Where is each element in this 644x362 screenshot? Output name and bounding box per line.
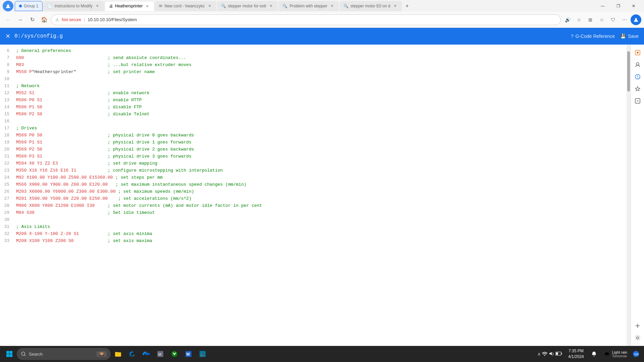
code-line-32-spacer [79,231,108,236]
scrollbar-thumb[interactable] [627,51,630,92]
address-bar[interactable]: ⚠ Not secure | 10.10.10.10/Files/System [51,14,561,25]
taskbar-xbox[interactable] [168,347,181,361]
battery-icon[interactable] [555,351,562,357]
line-num-7: 7 [0,54,12,61]
code-editor[interactable]: ; General preferences G90 ; send absolut… [12,45,627,346]
code-line-7: G90 ; send absolute coordinates... [16,54,627,61]
profile-button[interactable] [3,1,13,11]
code-line-26-gcode: M203 X6000.00 Y6000.00 Z300.00 E300.00 [16,189,115,194]
tab-instructions[interactable]: 📄 Instructions to Modify ✕ [43,1,104,11]
weather-icon: 🌧 [604,351,610,358]
start-button[interactable] [3,347,16,361]
new-tab-button[interactable]: + [402,1,412,11]
taskbar-search[interactable]: Search 🌄 [17,348,111,360]
taskbar-app2[interactable]: 📺 [196,347,209,361]
code-line-32-gcode: M208 X-100 Y-100 Z-20 S1 [16,231,79,236]
profile-avatar[interactable] [631,14,641,25]
line-num-28: 28 [0,202,12,209]
home-button[interactable]: 🏠 [39,14,50,25]
weather-condition: Light rain [612,350,627,354]
tab-stepper1-close[interactable]: ✕ [268,3,274,9]
code-line-23-comment: ; configure microstepping with interpola… [108,168,223,173]
editor-close-button[interactable]: ✕ [5,33,10,40]
taskbar-onedrive[interactable] [140,347,153,361]
line-num-30: 30 [0,216,12,223]
line-numbers: 6 7 8 9 10 11 12 13 14 15 16 17 18 19 20… [0,45,12,346]
tab-gmail-close[interactable]: ✕ [207,3,212,9]
sidebar-icon-2[interactable] [632,59,643,70]
code-line-7-comment: ; send absolute coordinates... [108,55,186,60]
sidebar-icon-5[interactable] [632,96,643,106]
code-line-8-normal [24,62,108,67]
sidebar-icon-add[interactable] [632,320,643,331]
code-line-19-comment: ; physical drive 1 goes forwards [108,140,192,145]
read-aloud-button[interactable]: 🔊 [562,14,573,25]
code-line-33: M208 X100 Y100 Z200 S0 ; set axis maxima [16,237,627,244]
svg-point-7 [637,77,638,78]
save-button[interactable]: 💾 Save [620,34,639,39]
editor-panel: ✕ 0:/sys/config.g ? G-Code Reference 💾 S… [0,28,644,346]
tab-heathersprinter[interactable]: 🖨 Heathersprinter ✕ [105,1,155,11]
browser-essentials-button[interactable]: 🛡 [608,14,619,25]
refresh-button[interactable]: ↻ [27,14,38,25]
weather-widget[interactable]: 🌧 Light rain Tomorrow [601,350,630,358]
line-num-9: 9 [0,68,12,75]
taskbar-corner-edge[interactable]: MS [631,347,641,361]
tab-stepper2-close[interactable]: ✕ [392,3,398,9]
vertical-scrollbar[interactable] [627,45,631,346]
code-line-20-spacer [42,147,108,152]
code-line-28-comment: ; set motor currents (mA) and motor idle… [108,203,262,208]
code-line-31: ; Axis Limits [16,223,627,230]
main-content: ✕ 0:/sys/config.g ? G-Code Reference 💾 S… [0,28,644,346]
sidebar-icon-4[interactable] [632,83,643,94]
close-button[interactable]: ✕ [626,0,641,12]
forward-button[interactable]: → [15,14,25,25]
sidebar-icon-3[interactable] [632,71,643,82]
line-num-11: 11 [0,82,12,89]
sound-icon[interactable] [549,351,554,357]
tab-heathersprinter-close[interactable]: ✕ [145,3,150,9]
tab-heathersprinter-favicon: 🖨 [109,4,113,8]
collections-button[interactable]: ☆ [596,14,607,25]
toolbar-actions: 🔊 ☆ ⊞ ☆ 🛡 ⋯ [562,14,641,25]
code-line-24-gcode: M92 X100.00 Y100.00 Z500.00 E15360.00 [16,175,113,180]
tab-problem[interactable]: 🔍 Problem with stepper ✕ [278,1,339,11]
code-line-18-comment: ; physical drive 0 goes backwards [108,133,194,138]
code-line-7-gcode: G90 [16,55,24,60]
network-icon[interactable] [542,351,547,357]
sidebar-settings-icon[interactable] [632,333,643,343]
code-line-33-spacer [74,238,108,243]
chevron-icon[interactable]: ∧ [537,351,541,357]
code-line-33-gcode: M208 X100 Y100 Z200 S0 [16,238,74,243]
gcode-reference-button[interactable]: ? G-Code Reference [571,34,615,39]
notification-button[interactable] [587,347,601,361]
code-line-12-gcode: M552 S1 [16,90,35,96]
tab-gmail[interactable]: ✉ New cord - hwanczykc ✕ [155,1,216,11]
taskbar-app1[interactable]: M [154,347,167,361]
sidebar-icon-1[interactable] [632,47,643,58]
tab-instructions-close[interactable]: ✕ [95,3,100,9]
taskbar-word[interactable]: W [182,347,195,361]
back-button[interactable]: ← [3,14,13,25]
tab-view-button[interactable]: ⊞ [585,14,596,25]
code-line-18-gcode: M569 P0 S0 [16,133,42,138]
tab-group1[interactable]: Group 1 [15,1,43,11]
code-line-24-comment: ; set steps per mm [115,175,162,180]
tab-stepper2[interactable]: 🔍 stepper motor E0 on d ✕ [339,1,402,11]
code-line-14-spacer [42,105,108,110]
minimize-button[interactable]: — [595,0,610,12]
line-num-19: 19 [0,139,12,146]
tab-problem-close[interactable]: ✕ [329,3,335,9]
svg-rect-29 [561,353,562,354]
more-button[interactable]: ⋯ [619,14,630,25]
favorites-button[interactable]: ☆ [574,14,584,25]
line-num-18: 18 [0,132,12,139]
code-line-8: M83 ; ...but relative extruder moves [16,61,627,68]
maximize-button[interactable]: ❐ [610,0,626,12]
taskbar-clock[interactable]: 7:35 PM 4/1/2024 [566,348,587,360]
svg-point-17 [21,352,25,355]
code-line-26-comment: ; set maximum speeds (mm/min) [118,189,194,194]
taskbar-file-explorer[interactable] [111,347,125,361]
tab-stepper1[interactable]: 🔍 stepper motor for extr ✕ [217,1,278,11]
taskbar-edge[interactable] [125,347,139,361]
